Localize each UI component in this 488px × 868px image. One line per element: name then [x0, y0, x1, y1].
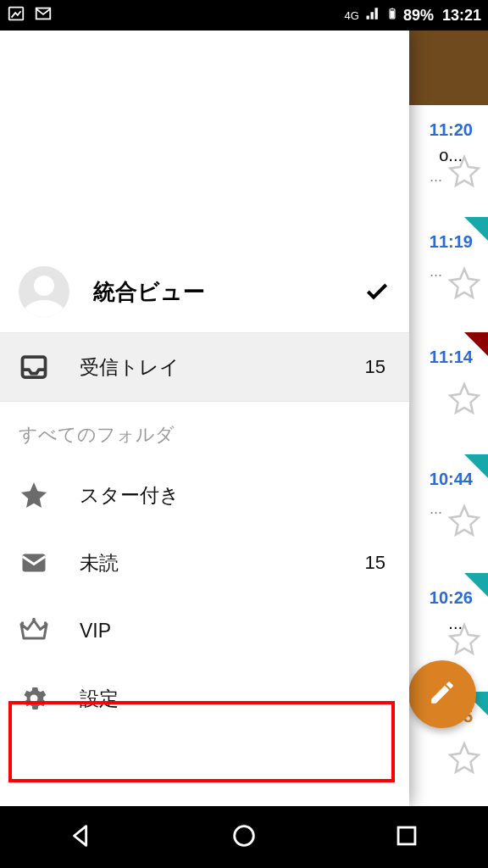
mail-time: 10:26 — [430, 588, 473, 608]
screen: 4G 89% 13:21 11:20 o... ... 11:19 ... — [0, 0, 488, 868]
svg-rect-12 — [398, 827, 415, 844]
account-name: 統合ビュー — [93, 277, 340, 307]
svg-point-9 — [44, 621, 47, 625]
star-icon[interactable] — [447, 504, 481, 537]
compose-fab[interactable] — [408, 660, 476, 728]
battery-percent: 89% — [403, 7, 434, 25]
drawer-item-label: 受信トレイ — [80, 354, 335, 381]
navigation-drawer: 統合ビュー 受信トレイ 15 すべてのフォルダ スター付き 未読 — [0, 31, 409, 806]
svg-point-10 — [30, 695, 38, 703]
svg-rect-3 — [391, 10, 395, 18]
battery-icon — [386, 4, 398, 27]
mail-icon — [19, 548, 49, 578]
drawer-item-label: 未読 — [80, 550, 335, 576]
inbox-icon — [19, 352, 49, 382]
drawer-item-count: 15 — [365, 356, 385, 378]
clock: 13:21 — [442, 7, 481, 25]
drawer-item-label: 設定 — [80, 686, 391, 712]
pencil-icon — [428, 678, 457, 710]
star-icon[interactable] — [447, 154, 481, 188]
star-icon[interactable] — [447, 266, 481, 300]
mail-preview-ellipsis: ... — [430, 168, 442, 186]
mail-preview-ellipsis: ... — [430, 263, 442, 281]
drawer-item-count: 15 — [365, 552, 385, 574]
drawer-item-inbox[interactable]: 受信トレイ 15 — [0, 333, 409, 401]
back-button[interactable] — [67, 821, 96, 854]
drawer-section-title: すべてのフォルダ — [0, 402, 409, 461]
status-right: 4G 89% 13:21 — [345, 4, 481, 27]
drawer-header — [0, 31, 409, 251]
mail-time: 11:19 — [430, 232, 473, 252]
network-type: 4G — [345, 9, 359, 22]
gmail-icon — [34, 4, 53, 27]
mail-preview-ellipsis: ... — [430, 500, 442, 518]
mail-time: 11:20 — [430, 120, 473, 140]
drawer-item-label: スター付き — [80, 482, 391, 509]
drawer-item-label: VIP — [80, 620, 391, 643]
svg-rect-4 — [391, 8, 393, 8]
gear-icon — [19, 683, 49, 714]
svg-point-8 — [21, 621, 25, 625]
drawer-item-settings[interactable]: 設定 — [0, 665, 409, 732]
drawer-item-vip[interactable]: VIP — [0, 597, 409, 665]
mail-time: 10:44 — [430, 470, 473, 489]
star-icon[interactable] — [447, 741, 481, 775]
recents-button[interactable] — [392, 821, 421, 854]
mail-time: 11:14 — [430, 348, 473, 367]
status-left — [7, 4, 53, 27]
check-icon — [363, 278, 391, 305]
signal-icon — [364, 5, 381, 26]
star-icon — [19, 480, 49, 510]
drawer-item-unread[interactable]: 未読 15 — [0, 529, 409, 597]
crown-icon — [19, 615, 49, 646]
home-button[interactable] — [230, 821, 258, 854]
svg-point-7 — [32, 618, 36, 621]
drawer-item-starred[interactable]: スター付き — [0, 461, 409, 529]
svg-point-11 — [235, 826, 254, 845]
picture-icon — [7, 4, 25, 27]
avatar — [19, 266, 69, 317]
system-nav-bar — [0, 806, 488, 868]
status-bar: 4G 89% 13:21 — [0, 0, 488, 31]
account-row[interactable]: 統合ビュー — [0, 251, 409, 332]
star-icon[interactable] — [447, 622, 481, 656]
star-icon[interactable] — [447, 381, 481, 415]
